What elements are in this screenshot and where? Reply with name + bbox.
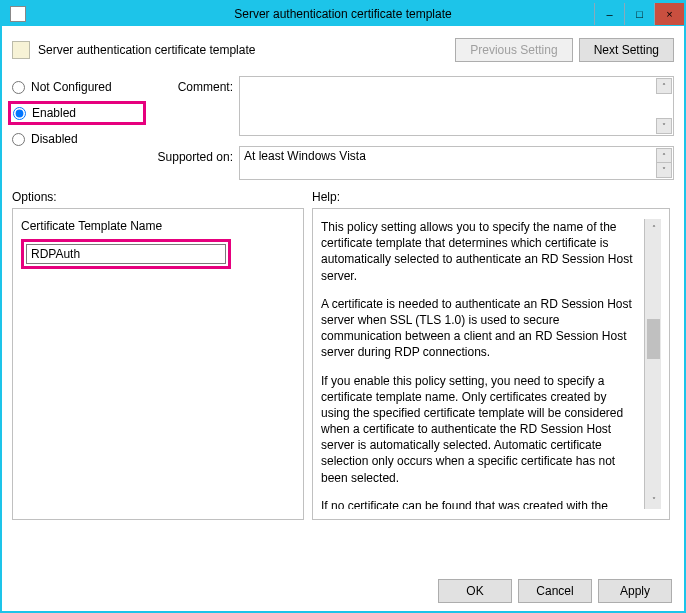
comment-label: Comment: [138, 80, 233, 94]
help-pane: This policy setting allows you to specif… [312, 208, 670, 520]
radio-enabled-label: Enabled [32, 106, 76, 120]
comment-textarea[interactable]: ˄ ˅ [239, 76, 674, 136]
radio-enabled[interactable]: Enabled [8, 101, 146, 125]
window-title: Server authentication certificate templa… [234, 7, 451, 21]
radio-disabled[interactable]: Disabled [12, 132, 132, 146]
certificate-template-name-input[interactable] [26, 244, 226, 264]
minimize-button[interactable]: – [594, 3, 624, 25]
scroll-down-icon[interactable]: ˅ [656, 162, 672, 178]
scroll-down-icon[interactable]: ˅ [646, 492, 661, 508]
ok-button[interactable]: OK [438, 579, 512, 603]
close-button[interactable]: × [654, 3, 684, 25]
apply-button[interactable]: Apply [598, 579, 672, 603]
previous-setting-button[interactable]: Previous Setting [455, 38, 572, 62]
radio-disabled-input[interactable] [12, 133, 25, 146]
radio-not-configured-label: Not Configured [31, 80, 112, 94]
next-setting-button[interactable]: Next Setting [579, 38, 674, 62]
page-title: Server authentication certificate templa… [38, 43, 255, 57]
options-pane: Certificate Template Name [12, 208, 304, 520]
app-icon [10, 6, 26, 22]
scroll-down-icon[interactable]: ˅ [656, 118, 672, 134]
help-section-label: Help: [312, 190, 340, 204]
maximize-button[interactable]: □ [624, 3, 654, 25]
help-paragraph: This policy setting allows you to specif… [321, 219, 638, 284]
supported-on-box: ˄ ˅ [239, 146, 674, 180]
help-paragraph: A certificate is needed to authenticate … [321, 296, 638, 361]
window-controls: – □ × [594, 3, 684, 25]
help-paragraph: If no certificate can be found that was … [321, 498, 638, 509]
radio-enabled-input[interactable] [13, 107, 26, 120]
scrollbar-thumb[interactable] [647, 319, 660, 359]
radio-not-configured[interactable]: Not Configured [12, 80, 132, 94]
help-paragraph: If you enable this policy setting, you n… [321, 373, 638, 486]
supported-on-label: Supported on: [138, 150, 233, 180]
certificate-template-name-label: Certificate Template Name [21, 219, 295, 233]
scroll-up-icon[interactable]: ˄ [656, 78, 672, 94]
scroll-up-icon[interactable]: ˄ [646, 220, 661, 236]
policy-icon [12, 41, 30, 59]
radio-disabled-label: Disabled [31, 132, 78, 146]
dialog-footer: OK Cancel Apply [2, 571, 684, 603]
supported-on-text [240, 147, 655, 179]
help-text: This policy setting allows you to specif… [321, 219, 644, 509]
help-scrollbar[interactable]: ˄ ˅ [644, 219, 661, 509]
cancel-button[interactable]: Cancel [518, 579, 592, 603]
comment-input[interactable] [240, 77, 655, 135]
radio-not-configured-input[interactable] [12, 81, 25, 94]
title-bar: Server authentication certificate templa… [2, 2, 684, 26]
state-radio-group: Not Configured Enabled Disabled [12, 76, 132, 180]
options-section-label: Options: [12, 190, 312, 204]
